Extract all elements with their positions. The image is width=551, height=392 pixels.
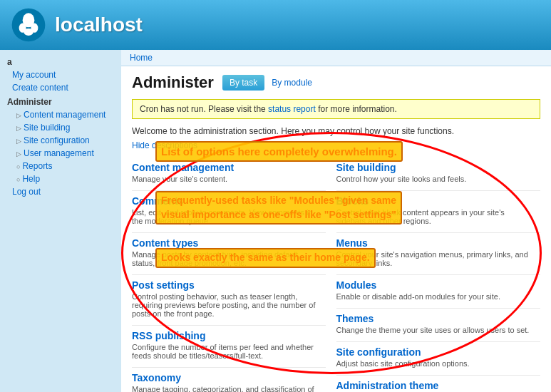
section-rss: RSS publishing Configure the number of i… (132, 326, 326, 368)
sidebar-item-site-building[interactable]: ▷Site building (4, 121, 118, 134)
sidebar-item-create-content[interactable]: Create content (4, 81, 118, 94)
section-title-comments[interactable]: Comments (132, 195, 319, 207)
sidebar-item-logout[interactable]: Log out (4, 185, 118, 198)
section-desc-comments: List, edit, and reply to comments. View … (132, 208, 319, 225)
section-site-configuration: Site configuration Adjust basic site con… (336, 342, 541, 376)
triangle-icon: ▷ (16, 112, 21, 119)
triangle-icon: ○ (16, 176, 20, 183)
section-title-blocks[interactable]: Blocks (336, 195, 534, 207)
welcome-text: Welcome to the administration section. H… (132, 126, 540, 136)
section-blocks: Blocks Control what block content appear… (336, 191, 541, 233)
section-desc-content-types: Manage posts by content-type, including … (132, 250, 319, 267)
section-title-rss[interactable]: RSS publishing (132, 330, 319, 341)
sidebar-item-content-management[interactable]: ▷Content management (4, 108, 118, 121)
section-admin-theme: Administration theme Manage the actions … (336, 376, 541, 392)
content-area: Administer By task By module Cron has no… (121, 66, 551, 392)
breadcrumb[interactable]: Home (121, 50, 551, 66)
section-themes: Themes Change the theme your site uses o… (336, 309, 541, 342)
section-title-post-settings[interactable]: Post settings (132, 279, 319, 291)
sidebar-section-administer: Administer (4, 94, 118, 108)
drupal-logo-icon (11, 7, 46, 43)
admin-col-right: Site building Control how your site look… (336, 158, 541, 392)
svg-point-4 (24, 29, 33, 36)
cron-text: Cron has not run. Please visit the (140, 104, 268, 114)
section-desc-blocks: Control what block content appears in yo… (336, 208, 534, 225)
by-module-button[interactable]: By module (268, 75, 316, 91)
section-title-site-configuration[interactable]: Site configuration (336, 346, 534, 358)
section-desc-site-configuration: Adjust basic site configuration options. (336, 359, 534, 368)
page-wrapper: localhost a My account Create content Ad… (0, 0, 551, 392)
triangle-icon: ▷ (16, 138, 21, 145)
section-title-content-management[interactable]: Content management (132, 162, 319, 173)
section-desc-site-building: Control how your site looks and feels. (336, 175, 534, 183)
section-site-building: Site building Control how your site look… (336, 158, 541, 191)
sidebar-item-user-management[interactable]: ▷User management (4, 147, 118, 160)
main-layout: a My account Create content Administer ▷… (0, 50, 551, 392)
admin-sections-grid: Content management Manage your site's co… (132, 158, 540, 392)
triangle-icon: ▷ (16, 125, 21, 132)
status-report-link[interactable]: status report (268, 104, 316, 114)
sidebar-item-reports[interactable]: ○Reports (4, 160, 118, 172)
cron-suffix: for more information. (316, 104, 397, 114)
section-title-menus[interactable]: Menus (336, 237, 534, 249)
section-post-settings: Post settings Control posting behavior, … (132, 275, 326, 326)
sidebar-username: a (4, 56, 118, 68)
sidebar-item-site-configuration[interactable]: ▷Site configuration (4, 134, 118, 147)
triangle-icon: ▷ (16, 150, 21, 158)
section-menus: Menus Control your site's navigation men… (336, 233, 541, 275)
section-desc-themes: Change the theme your site uses or allow… (336, 326, 534, 334)
sidebar: a My account Create content Administer ▷… (0, 50, 121, 392)
triangle-icon: ○ (16, 163, 20, 170)
section-title-taxonomy[interactable]: Taxonomy (132, 372, 319, 383)
section-title-themes[interactable]: Themes (336, 313, 534, 324)
header: localhost (0, 0, 551, 50)
section-title-site-building[interactable]: Site building (336, 162, 534, 173)
page-title: Administer (132, 73, 214, 92)
section-desc-modules: Enable or disable add-on modules for you… (336, 292, 534, 301)
sidebar-item-help[interactable]: ○Help (4, 172, 118, 185)
section-comments: Comments List, edit, and reply to commen… (132, 191, 326, 233)
section-desc-taxonomy: Manage tagging, categorization, and clas… (132, 385, 319, 392)
main-content: Home Administer By task By module Cron h… (121, 50, 551, 392)
cron-notice: Cron has not run. Please visit the statu… (132, 99, 540, 119)
section-desc-content-management: Manage your site's content. (132, 175, 319, 183)
section-content-types: Content types Manage posts by content-ty… (132, 233, 326, 275)
site-title: localhost (55, 14, 143, 36)
section-title-content-types[interactable]: Content types (132, 237, 319, 249)
section-desc-post-settings: Control posting behavior, such as teaser… (132, 292, 319, 318)
by-task-button[interactable]: By task (222, 75, 264, 91)
hide-descriptions-link[interactable]: Hide descriptions (132, 140, 540, 150)
page-header: Administer By task By module (132, 73, 540, 92)
section-title-admin-theme[interactable]: Administration theme (336, 380, 534, 391)
admin-col-left: Content management Manage your site's co… (132, 158, 336, 392)
section-desc-menus: Control your site's navigation menus, pr… (336, 250, 534, 267)
section-title-modules[interactable]: Modules (336, 279, 534, 291)
section-taxonomy: Taxonomy Manage tagging, categorization,… (132, 368, 326, 392)
sidebar-item-my-account[interactable]: My account (4, 68, 118, 81)
section-content-management: Content management Manage your site's co… (132, 158, 326, 191)
section-desc-rss: Configure the number of items per feed a… (132, 343, 319, 360)
section-modules: Modules Enable or disable add-on modules… (336, 275, 541, 309)
